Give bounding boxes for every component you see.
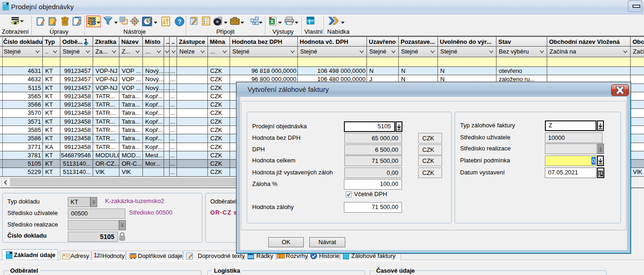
svg-text:?: ?	[177, 18, 182, 25]
svg-text:X: X	[270, 19, 273, 24]
